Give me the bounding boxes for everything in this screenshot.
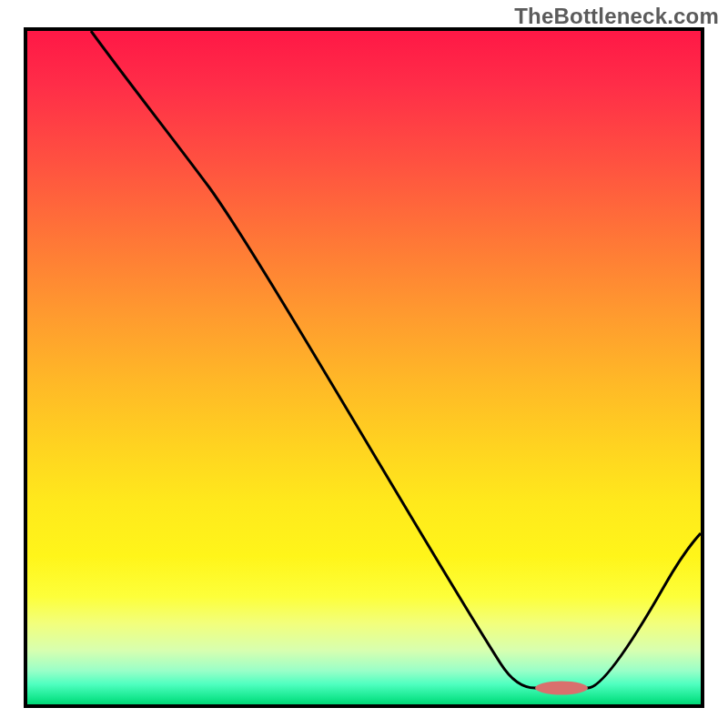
plot-frame: [24, 27, 704, 708]
chart-svg: [27, 31, 701, 704]
optimal-marker: [535, 682, 588, 695]
bottleneck-curve: [91, 31, 701, 688]
watermark-text: TheBottleneck.com: [514, 4, 719, 29]
chart-root: TheBottleneck.com: [0, 0, 728, 728]
